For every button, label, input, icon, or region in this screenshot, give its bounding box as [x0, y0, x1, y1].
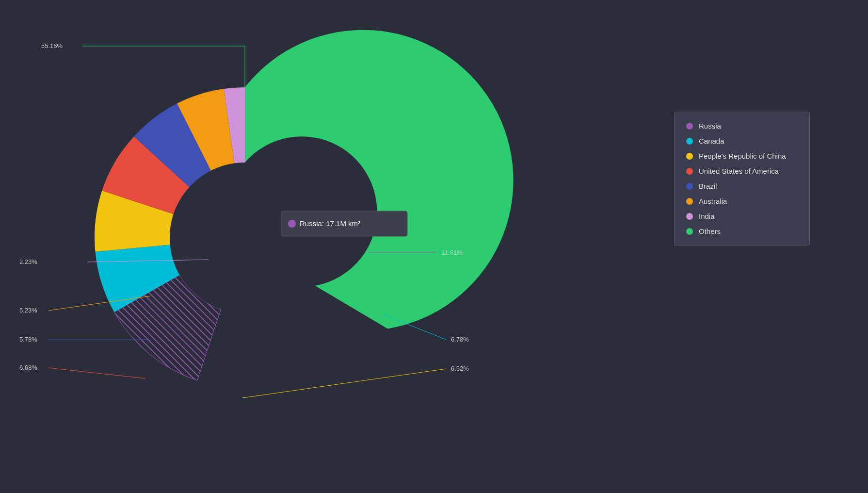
- legend-item-canada: Canada: [686, 137, 798, 145]
- legend-item-others: Others: [686, 227, 798, 235]
- legend: Russia Canada People's Republic of China…: [674, 112, 810, 246]
- legend-dot-australia: [686, 198, 693, 205]
- legend-item-china: People's Republic of China: [686, 152, 798, 160]
- legend-item-australia: Australia: [686, 197, 798, 205]
- legend-dot-canada: [686, 138, 693, 145]
- legend-item-india: India: [686, 212, 798, 220]
- legend-item-usa: United States of America: [686, 167, 798, 175]
- legend-dot-others: [686, 228, 693, 235]
- label-china-pct: 6.52%: [451, 365, 469, 372]
- legend-dot-brazil: [686, 183, 693, 190]
- legend-label-usa: United States of America: [699, 167, 779, 175]
- label-russia-pct: 11.61%: [441, 249, 463, 256]
- label-usa-pct: 6.68%: [19, 364, 37, 371]
- legend-dot-usa: [686, 168, 693, 175]
- label-australia-pct: 5.23%: [19, 307, 37, 314]
- donut-hole: [170, 163, 320, 313]
- legend-dot-china: [686, 153, 693, 160]
- label-brazil-pct: 5.78%: [19, 336, 37, 343]
- tooltip-text: Russia: 17.1M km²: [300, 219, 360, 228]
- legend-label-australia: Australia: [699, 197, 727, 205]
- tooltip-dot: [288, 220, 296, 228]
- legend-label-brazil: Brazil: [699, 182, 717, 190]
- line-usa-bottom: [48, 368, 145, 378]
- label-canada-pct: 6.78%: [451, 336, 469, 343]
- legend-item-russia: Russia: [686, 122, 798, 130]
- legend-label-china: People's Republic of China: [699, 152, 786, 160]
- legend-dot-india: [686, 213, 693, 220]
- legend-label-russia: Russia: [699, 122, 721, 130]
- legend-item-brazil: Brazil: [686, 182, 798, 190]
- label-others-pct: 55.16%: [41, 42, 63, 49]
- label-india-pct: 2.23%: [19, 258, 37, 265]
- legend-label-others: Others: [699, 227, 721, 235]
- legend-label-india: India: [699, 212, 715, 220]
- legend-dot-russia: [686, 123, 693, 130]
- line-china-bottom: [242, 369, 446, 398]
- legend-label-canada: Canada: [699, 137, 724, 145]
